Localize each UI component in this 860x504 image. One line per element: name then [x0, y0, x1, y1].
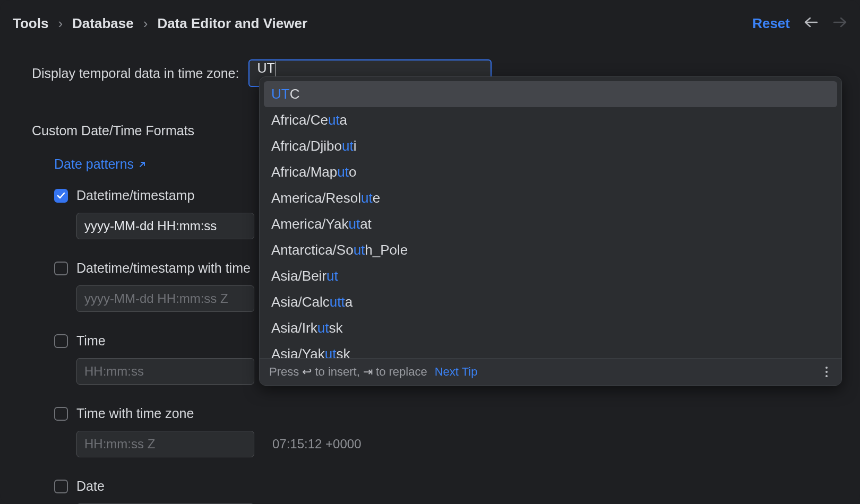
autocomplete-item[interactable]: America/Yakutat — [264, 211, 837, 237]
autocomplete-hint: Press ↩ to insert, ⇥ to replace Next Tip — [260, 358, 841, 385]
external-link-icon — [138, 160, 147, 169]
option-label: Datetime/timestamp with time — [76, 260, 251, 276]
tab-key-icon: ⇥ — [363, 365, 373, 378]
timezone-label: Display temporal data in time zone: — [32, 66, 239, 81]
next-tip-link[interactable]: Next Tip — [435, 365, 478, 379]
checkbox-datetime_tz[interactable] — [54, 262, 68, 275]
chevron-right-icon: › — [143, 15, 148, 32]
checkbox-date[interactable] — [54, 480, 68, 493]
breadcrumb: Tools › Database › Data Editor and Viewe… — [13, 15, 307, 32]
chevron-right-icon: › — [58, 15, 63, 32]
breadcrumb-item[interactable]: Tools — [13, 15, 48, 32]
breadcrumb-item[interactable]: Data Editor and Viewer — [157, 15, 307, 32]
option-label: Time with time zone — [76, 406, 194, 421]
nav-forward-icon — [832, 16, 847, 31]
autocomplete-item[interactable]: Africa/Djibouti — [264, 133, 837, 159]
option-label: Time — [76, 333, 106, 349]
autocomplete-item[interactable]: Asia/Irkutsk — [264, 315, 837, 341]
option-label: Datetime/timestamp — [76, 188, 194, 203]
checkbox-time[interactable] — [54, 334, 68, 348]
format-input-datetime_tz[interactable]: yyyy-MM-dd HH:mm:ss Z — [76, 285, 254, 312]
autocomplete-item[interactable]: Africa/Ceuta — [264, 107, 837, 133]
checkbox-time_tz[interactable] — [54, 407, 68, 421]
option-label: Date — [76, 479, 105, 494]
autocomplete-item[interactable]: America/Resolute — [264, 185, 837, 211]
autocomplete-dropdown: UTCAfrica/CeutaAfrica/DjiboutiAfrica/Map… — [259, 76, 842, 386]
format-input-time_tz[interactable]: HH:mm:ss Z — [76, 431, 254, 457]
enter-key-icon: ↩ — [302, 365, 312, 378]
more-icon[interactable] — [825, 367, 828, 377]
reset-link[interactable]: Reset — [752, 15, 790, 32]
autocomplete-item[interactable]: Asia/Yakutsk — [264, 341, 837, 358]
nav-back-icon[interactable] — [804, 16, 819, 31]
autocomplete-item[interactable]: Asia/Beirut — [264, 263, 837, 289]
checkbox-datetime[interactable] — [54, 189, 68, 203]
format-preview: 07:15:12 +0000 — [272, 437, 362, 451]
format-input-time[interactable]: HH:mm:ss — [76, 358, 254, 385]
autocomplete-item[interactable]: Africa/Maputo — [264, 159, 837, 185]
autocomplete-item[interactable]: Asia/Calcutta — [264, 289, 837, 315]
breadcrumb-item[interactable]: Database — [72, 15, 134, 32]
autocomplete-item[interactable]: UTC — [264, 81, 837, 107]
format-input-datetime[interactable]: yyyy-MM-dd HH:mm:ss — [76, 213, 254, 239]
autocomplete-item[interactable]: Antarctica/South_Pole — [264, 237, 837, 263]
